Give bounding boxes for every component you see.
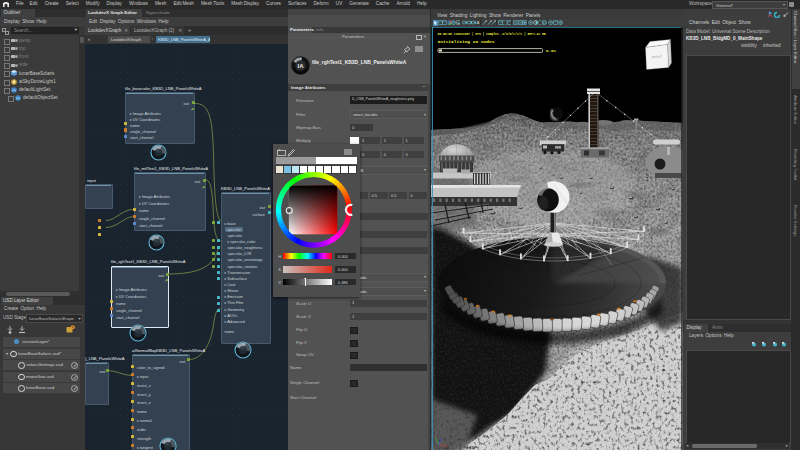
svg-text:1: 1 <box>72 325 74 329</box>
svg-text:RIGHT: RIGHT <box>652 54 662 59</box>
svg-text:IA: IA <box>298 62 305 68</box>
svg-text:Initializing 20 nodes: Initializing 20 nodes <box>438 40 496 44</box>
svg-text:0.0%: 0.0% <box>546 49 556 53</box>
svg-text:00:00:00 1100x1967 | CPU | sam: 00:00:00 1100x1967 | CPU | samples -3/9/… <box>438 32 546 36</box>
